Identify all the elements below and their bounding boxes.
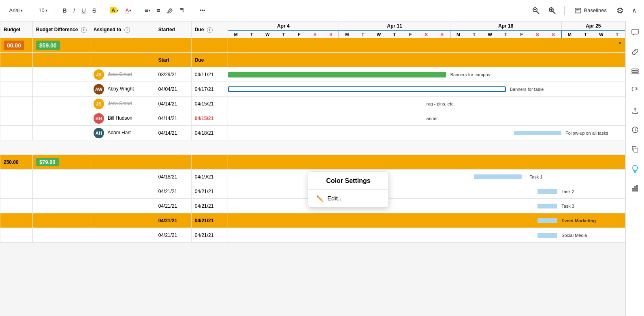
underline-button[interactable]: U (79, 5, 88, 15)
sub-header-budget (0, 53, 33, 67)
sidebar-copy-icon[interactable] (629, 143, 642, 156)
toolbar: Arial ▾ 10 ▾ B I U S A ▾ A ▾ ≡ ▾ ≡ (0, 0, 644, 21)
day-T5: T (466, 31, 482, 38)
day-F3: F (514, 31, 529, 38)
task-abby-budget-diff (33, 82, 90, 97)
summary-mid-due (191, 155, 228, 170)
edit-icon: ✏️ (316, 195, 323, 202)
task-jess1-started: 03/29/21 (155, 67, 191, 82)
task-adam-due: 04/18/21 (191, 126, 228, 140)
edit-menu-item[interactable]: ✏️ Edit... (308, 191, 388, 206)
table-wrapper: Budget Budget Difference i Assigned to i… (0, 21, 625, 316)
font-controls: Arial ▾ 10 ▾ (5, 6, 58, 15)
task-bill-started: 04/14/21 (155, 111, 191, 126)
zoom-in-button[interactable] (546, 5, 559, 16)
text-color-button[interactable]: A ▾ (123, 6, 133, 15)
task-abby-assigned: AW Abby Wright (90, 82, 155, 97)
project-table: Budget Budget Difference i Assigned to i… (0, 21, 625, 243)
sidebar-lightbulb-icon[interactable] (629, 162, 642, 175)
collapse-button[interactable]: ∧ (629, 5, 639, 16)
social-due: 04/21/21 (191, 228, 228, 243)
task-row-adam: AH Adam Hart 04/14/21 04/18/21 Follow-up… (0, 126, 625, 140)
task-adam-name: Adam Hart (107, 130, 130, 135)
font-name-selector[interactable]: Arial ▾ (5, 6, 27, 15)
clear-format-button[interactable] (164, 6, 176, 15)
baselines-button[interactable]: Baselines (570, 5, 611, 16)
task-row-social: 04/21/21 04/21/21 Social Media (0, 228, 625, 243)
task-bill-gantt[interactable]: anner (228, 111, 625, 126)
font-size-dropdown-icon: ▾ (45, 8, 47, 13)
right-sidebar (625, 21, 644, 316)
task-bill-budget (0, 111, 33, 126)
task3-gantt[interactable]: Task 3 (228, 199, 625, 213)
day-F2: F (403, 31, 418, 38)
task-jess2-name: Jess Smart (108, 101, 132, 106)
sidebar-clock-icon[interactable] (629, 123, 642, 136)
task1-budget (0, 170, 33, 184)
event-gantt[interactable]: Event Marketing (228, 213, 625, 228)
summary-mid-gantt (228, 155, 625, 170)
event-budget-diff (33, 213, 90, 228)
budget-header: Budget (0, 21, 33, 38)
indent-button[interactable]: ≡ (154, 5, 163, 15)
italic-button[interactable]: I (71, 5, 77, 15)
gantt-label-followup: Follow-up on all tasks (565, 131, 608, 135)
task-row-abby: AW Abby Wright 04/04/21 04/17/21 Banners… (0, 82, 625, 97)
zoom-out-button[interactable] (529, 5, 542, 16)
font-size-selector[interactable]: 10 ▾ (35, 6, 51, 15)
week-apr18-label: Apr 18 (450, 21, 562, 30)
day-W3: W (482, 31, 498, 38)
sidebar-refresh-icon[interactable] (629, 84, 642, 97)
task-jess2-budget (0, 97, 33, 111)
task-row-jess2: JS Jess Smart 04/14/21 04/15/21 rag - pi… (0, 97, 625, 111)
summary-mid-assigned (90, 155, 155, 170)
gantt-label-banner: anner (426, 116, 438, 121)
avatar-js1: JS (94, 69, 104, 80)
task-jess2-started: 04/14/21 (155, 97, 191, 111)
summary-top-row: 00.00 $59.00 × (0, 38, 625, 53)
task-jess1-gantt[interactable]: Banners for campus (228, 67, 625, 82)
task2-gantt[interactable]: Task 2 (228, 184, 625, 199)
svg-rect-15 (632, 73, 638, 74)
summary-top-gantt: × (228, 38, 625, 53)
day-S5: S (529, 31, 545, 38)
task2-budget-diff (33, 184, 90, 199)
more-button[interactable]: ••• (197, 6, 208, 15)
day-T8: T (609, 31, 625, 38)
task-abby-gantt[interactable]: Banners for table (228, 82, 625, 97)
menu-divider (308, 189, 388, 190)
sidebar-comment-icon[interactable] (629, 26, 642, 39)
close-button[interactable]: × (618, 40, 622, 46)
sidebar-link-icon[interactable] (629, 45, 642, 58)
day-S2: S (323, 31, 339, 38)
svg-rect-13 (632, 69, 638, 70)
task1-gantt[interactable]: Task 1 (228, 170, 625, 184)
align-button[interactable]: ≡ ▾ (142, 5, 153, 16)
task-adam-assigned: AH Adam Hart (90, 126, 155, 140)
task-adam-gantt[interactable]: Follow-up on all tasks (228, 126, 625, 140)
event-started: 04/21/21 (155, 213, 191, 228)
day-T4: T (387, 31, 403, 38)
sub-header-due: Due (191, 53, 228, 67)
format-painter-button[interactable] (177, 6, 189, 15)
task-jess2-gantt[interactable]: rag - pins, etc. (228, 97, 625, 111)
highlight-button[interactable]: A ▾ (107, 6, 121, 15)
summary-top-started (155, 38, 191, 53)
sidebar-upload-icon[interactable] (629, 104, 642, 117)
task1-budget-diff (33, 170, 90, 184)
sidebar-chart-icon[interactable] (629, 182, 642, 195)
bold-button[interactable]: B (60, 5, 69, 15)
task-jess1-budget (0, 67, 33, 82)
day-M4: M (562, 31, 578, 38)
sub-header-budget-diff (33, 53, 90, 67)
settings-button[interactable]: ⚙ (614, 4, 626, 17)
gantt-label-task1: Task 1 (530, 174, 543, 179)
sidebar-layers-icon[interactable] (629, 65, 642, 78)
strikethrough-button[interactable]: S (90, 5, 99, 15)
social-gantt[interactable]: Social Media (228, 228, 625, 243)
highlight-dropdown-icon: ▾ (117, 8, 119, 13)
align-dropdown-icon: ▾ (148, 8, 150, 13)
task1-assigned (90, 170, 155, 184)
color-settings-menu-item[interactable]: Color Settings (308, 173, 388, 189)
gantt-bar-followup (514, 131, 562, 135)
